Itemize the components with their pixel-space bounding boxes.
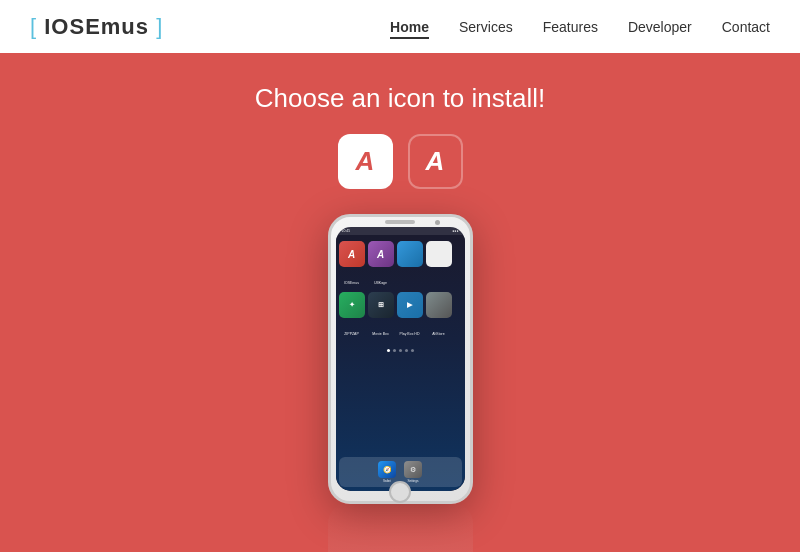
dock-safari-label: Safari <box>383 479 391 483</box>
settings-icon: ⚙ <box>404 461 422 478</box>
app-white <box>426 241 452 267</box>
page-dot-5 <box>411 349 414 352</box>
page-dot-3 <box>399 349 402 352</box>
label-app5: ZIPPZAP <box>344 332 359 336</box>
label-playbox: Play Box HD <box>400 332 420 336</box>
status-bar: 10:45 ●●● <box>336 227 465 235</box>
nav-link-features[interactable]: Features <box>543 19 598 35</box>
safari-icon: 🧭 <box>378 461 396 478</box>
app-grid: A A IOSEmus UBKage ✦ <box>336 237 465 456</box>
app-blue2: ▶ <box>397 292 423 318</box>
dock-settings: ⚙ Settings <box>402 461 424 483</box>
phone-speaker <box>385 220 415 224</box>
app-darkblue: ⊞ <box>368 292 394 318</box>
nav-item-contact[interactable]: Contact <box>722 18 770 36</box>
icon-choice-light[interactable]: A <box>338 134 393 189</box>
icon-choices: A A <box>338 134 463 189</box>
page-dots <box>339 349 462 352</box>
phone-body: 10:45 ●●● A A IOSEmus UBKage <box>328 214 473 504</box>
app-iosemus: A <box>339 241 365 267</box>
status-icons: ●●● <box>452 229 460 233</box>
icon-a-dark: A <box>426 146 445 177</box>
phone-camera <box>435 220 440 225</box>
label-iosemus: IOSEmus <box>344 281 359 285</box>
icon-a-light: A <box>356 146 375 177</box>
nav-link-contact[interactable]: Contact <box>722 19 770 35</box>
label-ubkage: UBKage <box>374 281 387 285</box>
navbar: [ IOSEmus ] Home Services Features Devel… <box>0 0 800 53</box>
phone-mockup: 10:45 ●●● A A IOSEmus UBKage <box>328 214 473 552</box>
logo: [ IOSEmus ] <box>30 14 163 40</box>
app-row-1: A A <box>339 241 462 267</box>
logo-text: IOSEmus <box>44 14 149 39</box>
phone-home-button[interactable] <box>389 481 411 503</box>
app-row-1-labels: IOSEmus UBKage <box>339 270 462 288</box>
app-purple: A <box>368 241 394 267</box>
logo-bracket-left: [ <box>30 14 44 39</box>
phone-screen: 10:45 ●●● A A IOSEmus UBKage <box>336 227 465 491</box>
nav-link-developer[interactable]: Developer <box>628 19 692 35</box>
app-row-2: ✦ ⊞ ▶ <box>339 292 462 318</box>
nav-link-home[interactable]: Home <box>390 19 429 39</box>
icon-choice-dark[interactable]: A <box>408 134 463 189</box>
page-dot-4 <box>405 349 408 352</box>
status-text: 10:45 <box>340 229 453 233</box>
dock-safari: 🧭 Safari <box>376 461 398 483</box>
nav-item-features[interactable]: Features <box>543 18 598 36</box>
page-dot-2 <box>393 349 396 352</box>
dock-settings-label: Settings <box>408 479 419 483</box>
app-grey <box>426 292 452 318</box>
nav-links: Home Services Features Developer Contact <box>390 18 770 36</box>
page-dot-1 <box>387 349 390 352</box>
logo-bracket-right: ] <box>149 14 163 39</box>
label-altstore: AltStore <box>432 332 444 336</box>
app-green: ✦ <box>339 292 365 318</box>
headline: Choose an icon to install! <box>255 83 546 114</box>
nav-item-developer[interactable]: Developer <box>628 18 692 36</box>
app-blue <box>397 241 423 267</box>
main-content: Choose an icon to install! A A 10:45 ●●● <box>0 53 800 552</box>
nav-link-services[interactable]: Services <box>459 19 513 35</box>
nav-item-home[interactable]: Home <box>390 18 429 36</box>
app-row-2-labels: ZIPPZAP Movie Box Play Box HD AltStore <box>339 321 462 339</box>
label-moviebox: Movie Box <box>372 332 388 336</box>
nav-item-services[interactable]: Services <box>459 18 513 36</box>
phone-reflection <box>328 502 473 552</box>
